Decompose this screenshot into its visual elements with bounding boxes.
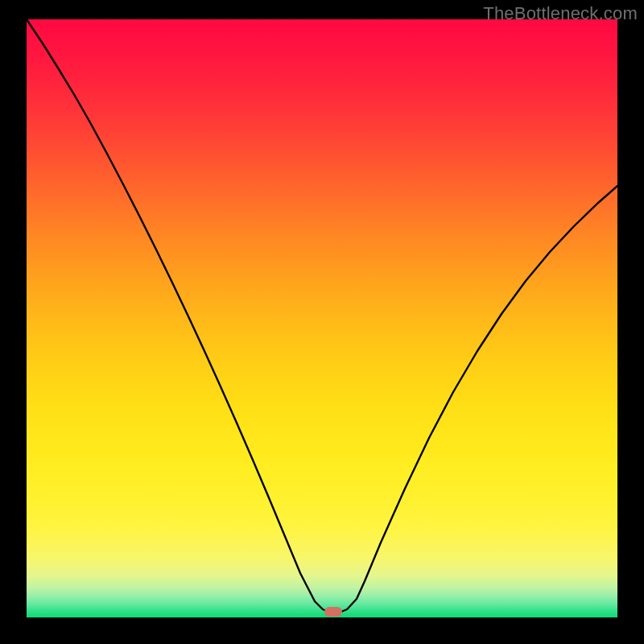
plot-area [27,19,617,617]
chart-frame: TheBottleneck.com [0,0,644,644]
bottleneck-curve [27,19,617,617]
watermark-text: TheBottleneck.com [483,3,638,24]
optimal-point-marker [324,607,342,617]
